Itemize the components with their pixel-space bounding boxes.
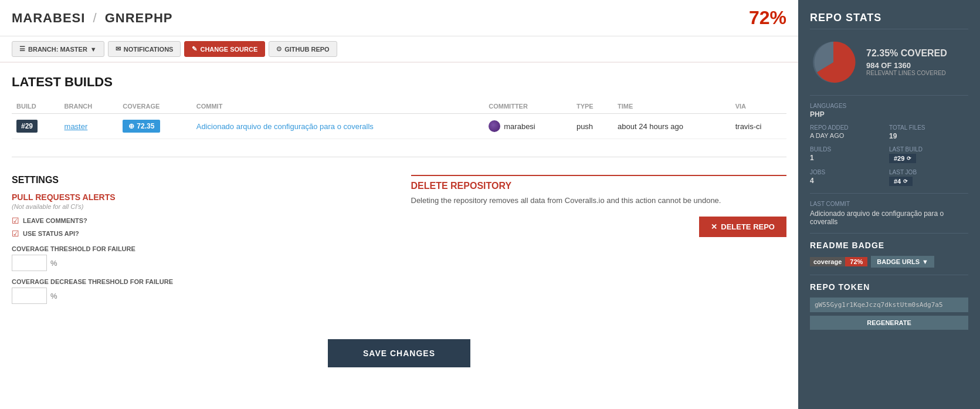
save-changes-button[interactable]: SAVE CHANGES bbox=[328, 339, 470, 367]
table-row: #29 master ⊕ 72.35 Adicionado ar bbox=[12, 114, 786, 139]
last-commit-text: Adicionado arquivo de configuração para … bbox=[810, 209, 968, 226]
percent-label-1: % bbox=[50, 259, 57, 268]
lines-label: RELEVANT LINES COVERED bbox=[866, 70, 947, 76]
branch-cell: master bbox=[60, 114, 118, 139]
change-source-label: CHANGE SOURCE bbox=[200, 46, 257, 53]
branch-button[interactable]: ☰ BRANCH: MASTER ▼ bbox=[12, 41, 104, 57]
last-build-value: #29 ⟳ bbox=[889, 154, 916, 163]
github-repo-label: GITHUB REPO bbox=[284, 46, 329, 53]
last-job-col: LAST JOB #4 ⟳ bbox=[889, 169, 968, 186]
settings-title: SETTINGS bbox=[12, 175, 388, 185]
builds-label: BUILDS bbox=[810, 146, 889, 153]
last-build-col: LAST BUILD #29 ⟳ bbox=[889, 146, 968, 163]
github-icon: ⊙ bbox=[276, 45, 282, 53]
section-divider bbox=[12, 157, 786, 157]
pull-requests-title: PULL REQUESTS ALERTS bbox=[12, 192, 388, 202]
percent-label-2: % bbox=[50, 292, 57, 300]
col-committer: COMMITTER bbox=[484, 99, 572, 114]
builds-section: LATEST BUILDS BUILD BRANCH COVERAGE COMM… bbox=[0, 63, 798, 151]
last-job-label: LAST JOB bbox=[889, 169, 968, 175]
committer-name: marabesi bbox=[504, 122, 535, 131]
chart-info: 72.35% COVERED 984 OF 1360 RELEVANT LINE… bbox=[866, 48, 947, 76]
coverage-threshold-row: % bbox=[12, 255, 388, 271]
jobs-row: JOBS 4 LAST JOB #4 ⟳ bbox=[810, 169, 968, 186]
last-job-value: #4 ⟳ bbox=[889, 177, 913, 186]
builds-row: BUILDS 1 LAST BUILD #29 ⟳ bbox=[810, 146, 968, 163]
last-build-badge: #29 ⟳ bbox=[889, 154, 968, 163]
repo-token-input[interactable] bbox=[810, 298, 968, 312]
branch-label: BRANCH: MASTER bbox=[28, 46, 87, 53]
table-header-row: BUILD BRANCH COVERAGE COMMIT COMMITTER T… bbox=[12, 99, 786, 114]
coverage-threshold-input[interactable] bbox=[12, 255, 47, 271]
notifications-button[interactable]: ✉ NOTIFICATIONS bbox=[108, 41, 181, 57]
commit-cell: Adicionado arquivo de configuração para … bbox=[192, 114, 484, 139]
mail-icon: ✉ bbox=[116, 45, 121, 53]
refresh-icon: ⟳ bbox=[907, 156, 911, 161]
coverage-cell: ⊕ 72.35 bbox=[118, 114, 191, 139]
regenerate-button[interactable]: REGENERATE bbox=[810, 316, 968, 330]
sidebar-divider-1 bbox=[810, 95, 968, 96]
col-commit: COMMIT bbox=[192, 99, 484, 114]
builds-table: BUILD BRANCH COVERAGE COMMIT COMMITTER T… bbox=[12, 99, 786, 139]
col-coverage: COVERAGE bbox=[118, 99, 191, 114]
edit-icon: ✎ bbox=[192, 45, 197, 53]
coverage-decrease-input[interactable] bbox=[12, 288, 47, 304]
chevron-down-icon-2: ▼ bbox=[922, 258, 928, 265]
coverage-decrease-label: COVERAGE DECREASE THRESHOLD FOR FAILURE bbox=[12, 278, 388, 285]
bottom-sections: SETTINGS PULL REQUESTS ALERTS (Not avail… bbox=[0, 163, 798, 316]
total-files-label: TOTAL FILES bbox=[889, 124, 968, 131]
sidebar: REPO STATS 72.35% COVERED 984 OF 1360 RE… bbox=[798, 0, 980, 409]
use-status-row: ☑ USE STATUS API? bbox=[12, 229, 388, 238]
jobs-col: JOBS 4 bbox=[810, 169, 889, 185]
col-build: BUILD bbox=[12, 99, 60, 114]
last-job-badge: #4 ⟳ bbox=[889, 177, 968, 186]
delete-btn-label: DELETE REPO bbox=[721, 222, 775, 231]
via-cell: travis-ci bbox=[731, 114, 786, 139]
builds-title: LATEST BUILDS bbox=[12, 75, 786, 90]
pie-svg bbox=[810, 39, 857, 86]
refresh-icon-2: ⟳ bbox=[903, 178, 908, 184]
leave-comments-checkbox[interactable]: ☑ bbox=[12, 216, 19, 225]
badge-urls-button[interactable]: BADGE URLS ▼ bbox=[871, 256, 934, 268]
time-cell: about 24 hours ago bbox=[613, 114, 731, 139]
coverage-threshold-label: COVERAGE THRESHOLD FOR FAILURE bbox=[12, 245, 388, 252]
builds-value: 1 bbox=[810, 154, 889, 162]
github-repo-button[interactable]: ⊙ GITHUB REPO bbox=[269, 41, 337, 57]
token-section: REPO TOKEN REGENERATE bbox=[810, 275, 968, 330]
repo-added-label: REPO ADDED bbox=[810, 124, 889, 131]
col-branch: BRANCH bbox=[60, 99, 118, 114]
sidebar-title: REPO STATS bbox=[810, 12, 968, 29]
change-source-button[interactable]: ✎ CHANGE SOURCE bbox=[184, 41, 265, 57]
delete-title: DELETE REPOSITORY bbox=[411, 175, 787, 191]
leave-comments-label: LEAVE COMMENTS? bbox=[23, 217, 87, 224]
commit-link[interactable]: Adicionado arquivo de configuração para … bbox=[196, 122, 374, 131]
badge-value: 72% bbox=[845, 257, 867, 266]
total-files-value: 19 bbox=[889, 132, 968, 140]
nav-bar: ☰ BRANCH: MASTER ▼ ✉ NOTIFICATIONS ✎ CHA… bbox=[0, 36, 798, 63]
chart-area: 72.35% COVERED 984 OF 1360 RELEVANT LINE… bbox=[810, 39, 968, 86]
notifications-label: NOTIFICATIONS bbox=[124, 46, 174, 53]
delete-repo-button[interactable]: ✕ DELETE REPO bbox=[699, 217, 786, 237]
covered-pct: 72.35% COVERED bbox=[866, 48, 947, 59]
lines-info: 984 OF 1360 bbox=[866, 61, 947, 70]
type-cell: push bbox=[572, 114, 613, 139]
use-status-checkbox[interactable]: ☑ bbox=[12, 229, 19, 238]
chevron-down-icon: ▼ bbox=[90, 46, 97, 53]
coverage-percentage: 72% bbox=[749, 7, 786, 29]
coverage-value: 72.35 bbox=[137, 122, 154, 130]
build-number-cell: #29 bbox=[12, 114, 60, 139]
delete-description: Deleting the repository removes all data… bbox=[411, 196, 787, 205]
sidebar-divider-2 bbox=[810, 193, 968, 194]
col-via: VIA bbox=[731, 99, 786, 114]
use-status-label: USE STATUS API? bbox=[23, 230, 79, 237]
last-commit-label: LAST COMMIT bbox=[810, 201, 968, 207]
badge-label: coverage bbox=[810, 257, 845, 266]
save-container: SAVE CHANGES bbox=[0, 327, 798, 379]
branch-icon: ☰ bbox=[19, 45, 25, 53]
languages-row: LANGUAGES PHP bbox=[810, 103, 968, 119]
badge-urls-label: BADGE URLS bbox=[877, 258, 920, 265]
branch-link[interactable]: master bbox=[65, 122, 88, 131]
committer-cell: marabesi bbox=[484, 114, 572, 139]
repo-name: GNREPHP bbox=[105, 11, 173, 25]
repo-added-value: A DAY AGO bbox=[810, 132, 889, 139]
